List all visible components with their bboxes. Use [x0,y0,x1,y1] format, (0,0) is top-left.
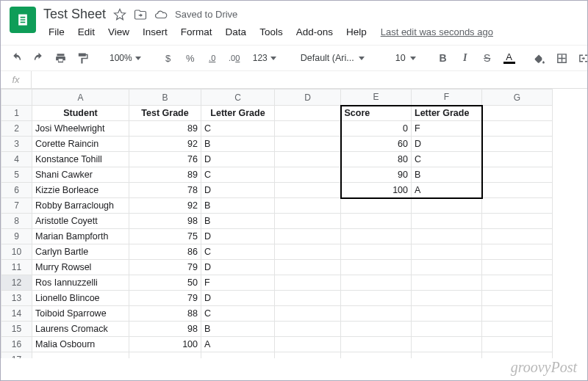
cell-A6[interactable]: Kizzie Borleace [32,183,129,198]
paint-format-icon[interactable] [74,49,90,67]
cell-C11[interactable]: D [201,260,275,275]
fill-color-icon[interactable] [532,49,548,67]
cell-G15[interactable] [482,322,553,337]
cell-G3[interactable] [482,137,553,152]
star-icon[interactable] [113,8,126,21]
cell-A5[interactable]: Shani Cawker [32,167,129,183]
cell-F3[interactable]: D [412,137,482,152]
cell-E6[interactable]: 100 [341,183,412,198]
cell-F16[interactable] [412,337,482,352]
cell-B10[interactable]: 86 [129,244,201,260]
cell-C13[interactable]: D [201,291,275,306]
cell-G13[interactable] [482,291,553,306]
cell-C10[interactable]: C [201,244,275,260]
cell-E2[interactable]: 0 [341,121,412,137]
cell-E5[interactable]: 90 [341,167,412,183]
cell-F1[interactable]: Letter Grade [412,106,482,121]
cell-G5[interactable] [482,167,553,183]
cell-G2[interactable] [482,121,553,137]
cell-E4[interactable]: 80 [341,152,412,167]
menu-insert[interactable]: Insert [137,23,173,40]
row-header-5[interactable]: 5 [1,167,32,183]
cell-A2[interactable]: Josi Wheelwright [32,121,129,137]
cell-A3[interactable]: Corette Raincin [32,137,129,152]
cell-D9[interactable] [275,229,341,244]
cell-E9[interactable] [341,229,412,244]
currency-button[interactable]: $ [160,49,176,67]
cell-G10[interactable] [482,244,553,260]
cell-A14[interactable]: Toiboid Sparrowe [32,306,129,322]
row-header-15[interactable]: 15 [1,322,32,337]
cell-D5[interactable] [275,167,341,183]
cell-C17[interactable] [201,352,275,359]
cell-E1[interactable]: Score [341,106,412,121]
cell-A8[interactable]: Aristotle Coyett [32,214,129,229]
cell-F5[interactable]: B [412,167,482,183]
menu-help[interactable]: Help [341,23,372,40]
move-icon[interactable] [134,8,147,21]
row-header-11[interactable]: 11 [1,260,32,275]
cell-B12[interactable]: 50 [129,275,201,291]
cell-A13[interactable]: Lionello Blincoe [32,291,129,306]
row-header-14[interactable]: 14 [1,306,32,322]
cell-D11[interactable] [275,260,341,275]
borders-icon[interactable] [554,49,570,67]
cell-E16[interactable] [341,337,412,352]
decrease-decimal-button[interactable]: .0 [204,49,220,67]
cell-F4[interactable]: C [412,152,482,167]
cell-D12[interactable] [275,275,341,291]
cell-D3[interactable] [275,137,341,152]
cell-G14[interactable] [482,306,553,322]
cell-A16[interactable]: Malia Osbourn [32,337,129,352]
col-header-B[interactable]: B [129,90,201,106]
cell-E8[interactable] [341,214,412,229]
cell-F17[interactable] [412,352,482,359]
cell-B1[interactable]: Test Grade [129,106,201,121]
cell-G8[interactable] [482,214,553,229]
cell-A10[interactable]: Carlyn Bartle [32,244,129,260]
cell-C3[interactable]: B [201,137,275,152]
cell-C8[interactable]: B [201,214,275,229]
cell-F15[interactable] [412,322,482,337]
cell-F9[interactable] [412,229,482,244]
row-header-13[interactable]: 13 [1,291,32,306]
increase-decimal-button[interactable]: .00 [226,49,243,67]
font-select[interactable]: Default (Ari... [295,49,376,67]
sheets-logo-icon[interactable] [10,7,36,33]
cell-A7[interactable]: Robby Barraclough [32,198,129,214]
bold-button[interactable]: B [435,49,451,67]
row-header-7[interactable]: 7 [1,198,32,214]
merge-cells-icon[interactable] [576,49,588,67]
cell-E10[interactable] [341,244,412,260]
cell-E7[interactable] [341,198,412,214]
cell-C1[interactable]: Letter Grade [201,106,275,121]
row-header-3[interactable]: 3 [1,137,32,152]
more-formats-select[interactable]: 123 [248,49,281,67]
cell-D15[interactable] [275,322,341,337]
italic-button[interactable]: I [457,49,473,67]
menu-tools[interactable]: Tools [254,23,288,40]
cell-F12[interactable] [412,275,482,291]
menu-data[interactable]: Data [220,23,252,40]
cell-D8[interactable] [275,214,341,229]
col-header-G[interactable]: G [482,90,553,106]
cell-G4[interactable] [482,152,553,167]
cell-C15[interactable]: B [201,322,275,337]
cell-E11[interactable] [341,260,412,275]
cell-F6[interactable]: A [412,183,482,198]
col-header-E[interactable]: E [341,90,412,106]
row-header-12[interactable]: 12 [1,275,32,291]
text-color-button[interactable]: A [501,49,517,67]
row-header-4[interactable]: 4 [1,152,32,167]
row-header-1[interactable]: 1 [1,106,32,121]
cell-C16[interactable]: A [201,337,275,352]
cell-F2[interactable]: F [412,121,482,137]
last-edit-link[interactable]: Last edit was seconds ago [381,26,493,37]
font-size-select[interactable]: 10 [391,49,420,67]
redo-icon[interactable] [30,49,46,67]
doc-title[interactable]: Test Sheet [43,7,106,22]
col-header-F[interactable]: F [412,90,482,106]
cell-E3[interactable]: 60 [341,137,412,152]
cell-C4[interactable]: D [201,152,275,167]
cell-B13[interactable]: 79 [129,291,201,306]
